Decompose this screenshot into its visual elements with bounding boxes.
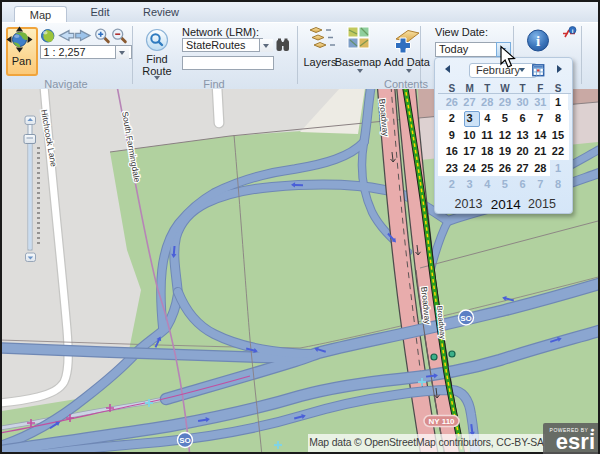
svg-text:i: i	[536, 33, 540, 49]
